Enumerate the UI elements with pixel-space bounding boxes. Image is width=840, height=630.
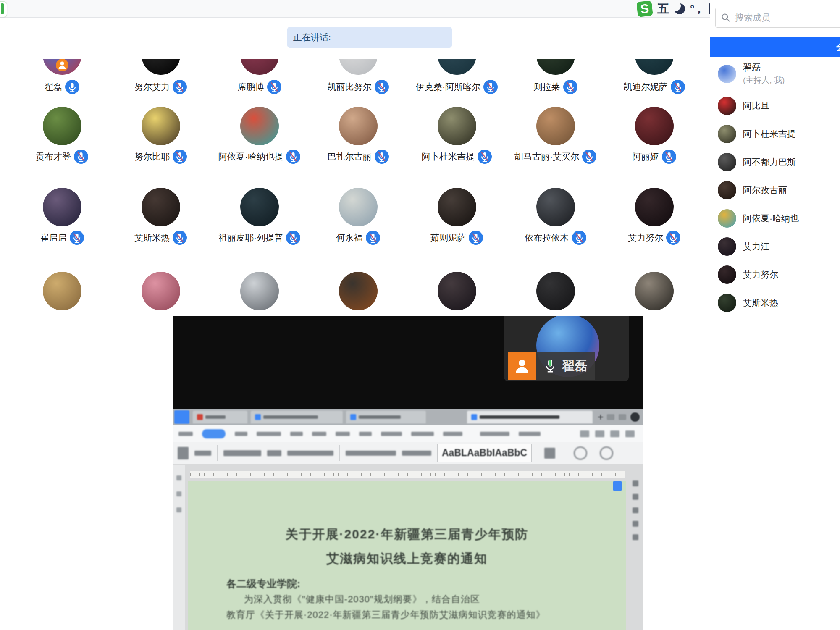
paragraph-buttons[interactable] (346, 451, 396, 456)
mic-icon[interactable] (483, 80, 498, 94)
mic-icon[interactable] (671, 80, 685, 94)
participant-tile[interactable]: 阿卜杜米吉提 (407, 107, 506, 164)
participant-tile[interactable] (407, 272, 506, 310)
comment-marker-icon[interactable] (613, 481, 622, 491)
ime-mode-label[interactable]: 五 (657, 1, 669, 17)
punctuation-icon[interactable]: °， (690, 2, 704, 16)
mic-icon[interactable] (173, 150, 187, 164)
mic-icon[interactable] (366, 231, 380, 245)
mic-icon[interactable] (478, 150, 492, 164)
participant-tile[interactable]: 席鹏博 (210, 59, 309, 94)
participant-tile[interactable]: 依布拉依木 (506, 188, 605, 245)
font-size-select[interactable] (267, 450, 281, 456)
mic-icon[interactable] (267, 80, 281, 94)
participant-tile[interactable]: 阿丽娅 (605, 107, 704, 164)
participant-tile[interactable]: 艾斯米热 (111, 188, 210, 245)
ribbon-right-icon[interactable] (610, 430, 620, 437)
docked-app-icon[interactable] (0, 1, 7, 17)
moon-icon[interactable] (674, 3, 685, 14)
participant-tile[interactable]: 努尔艾力 (111, 59, 210, 94)
ribbon-tab[interactable] (443, 432, 462, 436)
rail-icon[interactable] (633, 521, 638, 527)
select-icon[interactable] (600, 446, 613, 460)
participant-tile[interactable]: 努尔比耶 (111, 107, 210, 164)
participant-tile[interactable] (210, 272, 309, 310)
mic-icon[interactable] (662, 150, 676, 164)
member-row[interactable]: 阿比旦 (718, 97, 769, 115)
rail-icon[interactable] (633, 507, 638, 513)
member-row[interactable]: 阿依夏·哈纳也 (718, 209, 799, 228)
ribbon-tab[interactable] (480, 432, 509, 436)
ribbon-tab[interactable] (290, 432, 303, 436)
participant-tile[interactable]: 胡马古丽·艾买尔 (506, 107, 605, 164)
search-members-box[interactable]: 搜索成员 (715, 8, 840, 28)
wps-doc-tab-active[interactable] (467, 411, 593, 423)
mic-icon[interactable] (65, 80, 79, 94)
participant-tile[interactable]: 凯迪尔妮萨 (605, 59, 704, 94)
mic-icon[interactable] (563, 80, 578, 94)
ribbon-tab[interactable] (519, 432, 541, 436)
participant-tile[interactable]: 崔启启 (13, 188, 111, 245)
participant-tile[interactable]: 巴扎尔古丽 (309, 107, 407, 164)
ribbon-tab[interactable] (235, 432, 247, 436)
mic-icon[interactable] (173, 80, 187, 94)
ribbon-right-icon[interactable] (580, 430, 589, 437)
font-name-select[interactable] (223, 450, 261, 456)
participant-tile[interactable]: 艾力努尔 (605, 188, 704, 245)
participant-tile[interactable] (13, 272, 111, 310)
mic-icon[interactable] (375, 80, 389, 94)
mic-icon[interactable] (582, 150, 596, 164)
participant-tile[interactable]: 祖丽皮耶·列提普 (210, 188, 309, 245)
mic-icon[interactable] (74, 150, 88, 164)
mic-icon[interactable] (70, 231, 84, 245)
participant-tile[interactable] (111, 272, 210, 310)
mic-icon[interactable] (286, 150, 300, 164)
document-page[interactable]: 关于开展·2022·年新疆第三届青少年预防 艾滋病知识线上竞赛的通知 各二级专业… (188, 481, 626, 630)
wps-doc-tab[interactable] (251, 411, 343, 423)
participant-tile[interactable]: 则拉莱 (506, 59, 605, 94)
member-row[interactable]: 阿卜杜米吉提 (718, 125, 796, 143)
align-buttons[interactable] (402, 451, 431, 456)
wps-doc-tab[interactable] (193, 411, 247, 423)
ribbon-tab[interactable] (178, 432, 193, 436)
rail-icon[interactable] (633, 480, 638, 486)
participant-tile[interactable] (309, 272, 407, 310)
participant-tile[interactable] (506, 272, 605, 310)
participant-tile[interactable]: 茹则妮萨 (407, 188, 506, 245)
member-row[interactable]: 阿尔孜古丽 (718, 181, 787, 200)
mic-icon[interactable] (572, 231, 586, 245)
account-avatar[interactable] (630, 412, 640, 422)
rail-icon[interactable] (633, 534, 638, 540)
font-style-buttons[interactable] (287, 451, 333, 456)
member-row[interactable]: 艾斯米热 (718, 294, 778, 312)
ribbon-right-icon[interactable] (595, 430, 604, 437)
clipboard-tools[interactable] (194, 451, 211, 456)
presenter-video-tile[interactable]: 翟磊 (504, 316, 629, 381)
member-row[interactable]: 艾力江 (718, 237, 769, 256)
wps-doc-tab[interactable] (346, 411, 426, 423)
ribbon-right-icon[interactable] (625, 430, 635, 437)
participant-tile[interactable] (605, 272, 704, 310)
mic-icon[interactable] (286, 231, 300, 245)
participant-tile[interactable]: 凯丽比努尔 (309, 59, 407, 94)
mic-icon[interactable] (375, 150, 389, 164)
mic-icon[interactable] (173, 231, 187, 245)
ribbon-tab[interactable] (312, 432, 326, 436)
ribbon-tab-active[interactable] (202, 429, 226, 438)
ribbon-tab[interactable] (257, 432, 281, 436)
new-tab-button[interactable]: + (598, 411, 604, 423)
member-row[interactable]: 艾力努尔 (718, 265, 778, 284)
ribbon-tab[interactable] (411, 432, 434, 436)
mic-icon[interactable] (469, 231, 483, 245)
participant-tile[interactable]: 贡布才登 (13, 107, 111, 164)
participant-tile[interactable]: 翟磊 (13, 59, 111, 94)
style-gallery[interactable]: AaBLAaBbIAaBbC (437, 444, 532, 462)
ribbon-tab[interactable] (381, 432, 402, 436)
sogou-ime-icon[interactable]: S (636, 0, 653, 17)
window-control-icon[interactable] (619, 414, 626, 420)
tab-in-meeting[interactable]: 会议中( (710, 37, 840, 57)
window-control-icon[interactable] (607, 414, 614, 420)
participant-tile[interactable]: 阿依夏·哈纳也提 (210, 107, 309, 164)
participant-tile[interactable]: 何永福 (309, 188, 407, 245)
member-row[interactable]: 翟磊 (主持人, 我) (718, 62, 785, 86)
